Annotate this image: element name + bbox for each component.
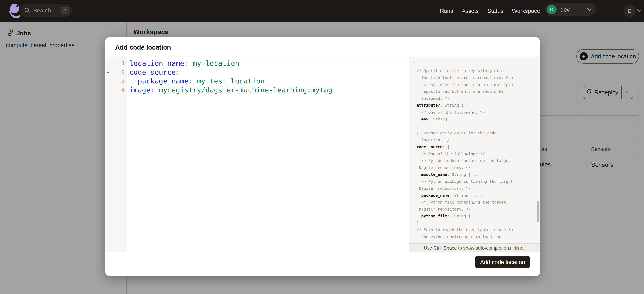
modal-footer: Add code location bbox=[106, 253, 540, 276]
nav-links: RunsAssetsStatusWorkspace bbox=[440, 0, 540, 22]
submit-add-code-location-button[interactable]: Add code location bbox=[475, 256, 530, 269]
dagster-app: Search... / RunsAssetsStatusWorkspace D … bbox=[0, 0, 644, 294]
schema-line: repositories but only one should be bbox=[412, 88, 540, 95]
user-initial: D bbox=[628, 8, 632, 14]
editor-gutter: 12▾34 bbox=[106, 57, 128, 253]
nav-item-runs[interactable]: Runs bbox=[440, 8, 453, 14]
schema-line: be used when the code contains multiple bbox=[412, 81, 540, 88]
fold-caret-icon[interactable]: ▾ bbox=[107, 68, 109, 77]
line-number: 1 bbox=[106, 59, 127, 68]
user-menu-chevron-down-icon[interactable] bbox=[637, 9, 642, 12]
search-placeholder: Search... bbox=[33, 7, 61, 14]
schema-line: /* One of the following: */ bbox=[412, 109, 540, 116]
schema-line: code_source: { bbox=[412, 144, 540, 150]
code-line[interactable]: location_name: my-location bbox=[128, 59, 408, 68]
modal-body: 12▾34 location_name: my-locationcode_sou… bbox=[106, 57, 540, 253]
search-shortcut-badge: / bbox=[61, 7, 69, 14]
schema-line: } bbox=[412, 123, 540, 130]
schema-line: { bbox=[412, 60, 540, 67]
nav-item-workspace[interactable]: Workspace bbox=[512, 8, 540, 14]
schema-scrollbar[interactable] bbox=[537, 201, 539, 222]
schema-line: Dagster repository. */ bbox=[412, 185, 540, 192]
code-line[interactable]: ··package_name: my_test_location bbox=[128, 77, 408, 86]
user-avatar[interactable]: D bbox=[623, 5, 636, 17]
schema-line: package_name: String | ... bbox=[412, 192, 540, 199]
schema-line: /* Python package containing the target bbox=[412, 178, 540, 185]
modal-title: Add code location bbox=[115, 44, 171, 51]
schema-line: the Python environment to load the bbox=[412, 234, 540, 241]
modal-header: Add code location bbox=[106, 37, 540, 57]
chevron-down-icon bbox=[587, 8, 592, 11]
schema-line: location. */ bbox=[412, 137, 540, 144]
line-number: 4 bbox=[106, 86, 127, 95]
schema-line: included. */ bbox=[412, 95, 540, 102]
deployment-switcher[interactable]: D dev bbox=[545, 3, 596, 16]
schema-line: /* Python entry point for the code bbox=[412, 130, 540, 137]
schema-line: attribute?: String | { bbox=[412, 102, 540, 109]
schema-line: module_name: String | ... bbox=[412, 171, 540, 178]
line-number: 3 bbox=[106, 77, 127, 86]
nav-item-status[interactable]: Status bbox=[487, 8, 503, 14]
schema-line: env: String bbox=[412, 116, 540, 123]
code-line[interactable]: code_source: bbox=[128, 68, 408, 77]
schema-line: } bbox=[412, 220, 540, 227]
code-line[interactable]: image: myregistry/dagster-machine-learni… bbox=[128, 86, 408, 95]
line-number: 2▾ bbox=[106, 68, 127, 77]
add-code-location-modal: Add code location 12▾34 location_name: m… bbox=[106, 37, 540, 276]
schema-line: Dagster repository. */ bbox=[412, 206, 540, 213]
schema-hint-panel: { /* Specifies either a repository or a … bbox=[408, 57, 540, 243]
search-icon bbox=[24, 7, 30, 14]
schema-line: Dagster repository. */ bbox=[412, 164, 540, 171]
search-input[interactable]: Search... / bbox=[20, 4, 72, 17]
top-nav: Search... / RunsAssetsStatusWorkspace D … bbox=[0, 0, 644, 22]
schema-line: python_file: String | ... bbox=[412, 213, 540, 220]
schema-line: /* Path to reach the executable to use f… bbox=[412, 227, 540, 234]
schema-line: /* One of the following: */ bbox=[412, 150, 540, 157]
yaml-editor[interactable]: location_name: my-locationcode_source:··… bbox=[128, 57, 408, 253]
deployment-avatar: D bbox=[547, 5, 556, 14]
schema-line: /* Python file containing the target bbox=[412, 199, 540, 206]
schema-line: /* Python module containing the target bbox=[412, 157, 540, 164]
autocomplete-hint: Use Ctrl+Space to show auto-completions … bbox=[408, 243, 540, 253]
nav-item-assets[interactable]: Assets bbox=[462, 8, 479, 14]
schema-line: function that returns a repository. Can bbox=[412, 74, 540, 81]
deployment-name: dev bbox=[560, 6, 587, 13]
schema-line: /* Specifies either a repository or a bbox=[412, 67, 540, 74]
